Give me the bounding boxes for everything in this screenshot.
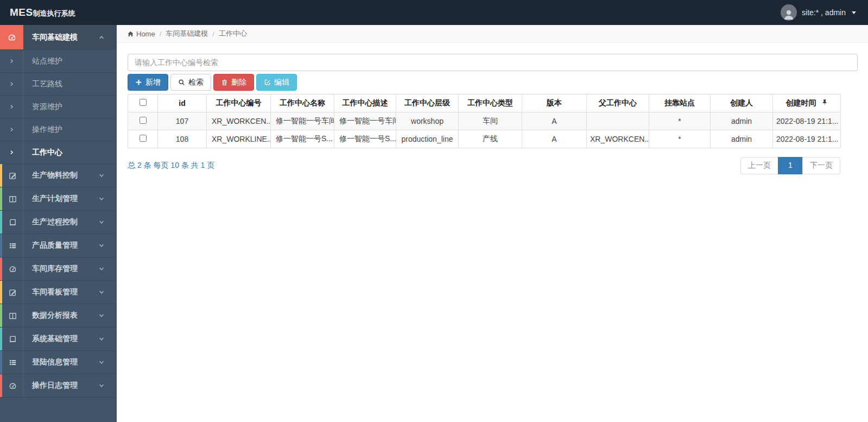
- breadcrumb-separator: /: [160, 30, 162, 38]
- sidebar-group-workshop-modeling[interactable]: 车间基础建模: [0, 25, 117, 50]
- prev-page-button[interactable]: 上一页: [740, 157, 778, 174]
- app-logo-rest: 制造执行系统: [33, 9, 75, 17]
- cell-create-time: 2022-08-19 21:1...: [773, 130, 841, 148]
- list-icon: [2, 351, 23, 374]
- sidebar-item-label: 站点维护: [32, 50, 117, 72]
- cell-creator: admin: [711, 112, 773, 130]
- sidebar-group-label: 产品质量管理: [32, 234, 98, 257]
- sidebar-group-data-analysis[interactable]: 数据分析报表: [0, 304, 117, 327]
- sidebar-group-login-info[interactable]: 登陆信息管理: [0, 351, 117, 374]
- search-icon: [178, 79, 185, 86]
- header-checkbox-cell: [128, 95, 158, 112]
- sidebar-group-kanban-management[interactable]: 车间看板管理: [0, 281, 117, 304]
- user-menu[interactable]: site:* , admin: [781, 4, 868, 21]
- breadcrumb-current: 工作中心: [219, 29, 247, 39]
- header-create-time: 创建时间: [773, 95, 841, 112]
- sidebar-group-label: 车间基础建模: [32, 25, 98, 49]
- gauge-icon: [0, 25, 23, 49]
- cell-work-center-code: XR_WORKLINE...: [207, 130, 271, 148]
- chevron-up-icon: [98, 25, 117, 49]
- header-work-center-level: 工作中心层级: [396, 95, 459, 112]
- columns-icon: [2, 304, 23, 327]
- top-navbar: MES制造执行系统 site:* , admin: [0, 0, 868, 25]
- search-button-label: 检索: [188, 78, 204, 87]
- main-content: Home / 车间基础建模 / 工作中心 新增 检索 删除 编辑: [117, 0, 868, 174]
- sidebar-item-label: 资源维护: [32, 96, 117, 118]
- cell-work-center-type: 车间: [459, 112, 522, 130]
- caret-down-icon: [852, 11, 856, 14]
- chevron-down-icon: [98, 234, 117, 257]
- header-version: 版本: [522, 95, 587, 112]
- table-row[interactable]: 108 XR_WORKLINE... 修一智能一号S... 修一智能一号S...…: [128, 130, 841, 148]
- sidebar-group-label: 生产计划管理: [32, 187, 98, 210]
- row-checkbox-cell: [128, 130, 158, 148]
- chevron-right-icon: [0, 141, 23, 163]
- header-id: id: [158, 95, 207, 112]
- select-all-checkbox[interactable]: [140, 99, 147, 106]
- search-button[interactable]: 检索: [170, 74, 211, 91]
- sidebar-item-operation-maintenance[interactable]: 操作维护: [0, 118, 117, 141]
- sidebar-group-label: 操作日志管理: [32, 374, 98, 397]
- user-icon: [782, 8, 795, 21]
- cell-work-center-name: 修一智能一号S...: [271, 130, 334, 148]
- pagination-summary[interactable]: 总 2 条 每页 10 条 共 1 页: [128, 157, 214, 171]
- next-page-button[interactable]: 下一页: [802, 157, 840, 174]
- cell-version: A: [522, 130, 587, 148]
- sidebar-group-system-management[interactable]: 系统基础管理: [0, 327, 117, 351]
- table-row[interactable]: 107 XR_WORKCEN... 修一智能一号车间 修一智能一号车间 work…: [128, 112, 841, 130]
- chevron-down-icon: [98, 164, 117, 187]
- sidebar-group-process-control[interactable]: 生产过程控制: [0, 211, 117, 234]
- breadcrumb: Home / 车间基础建模 / 工作中心: [117, 25, 868, 43]
- chevron-down-icon: [98, 351, 117, 374]
- book-icon: [2, 211, 23, 234]
- book-icon: [2, 327, 23, 350]
- chevron-right-icon: [0, 73, 23, 95]
- search-input[interactable]: [128, 54, 858, 71]
- breadcrumb-separator: /: [212, 30, 214, 38]
- sidebar-group-label: 车间库存管理: [32, 257, 98, 280]
- gauge-icon: [2, 257, 23, 280]
- cell-work-center-level: workshop: [396, 112, 459, 130]
- chevron-down-icon: [98, 187, 117, 210]
- list-icon: [2, 234, 23, 257]
- sidebar-item-work-center-active[interactable]: 工作中心: [0, 141, 117, 164]
- sidebar-group-label: 车间看板管理: [32, 281, 98, 304]
- cell-id: 107: [158, 112, 207, 130]
- app-logo[interactable]: MES制造执行系统: [0, 7, 117, 18]
- edit-button-label: 编辑: [274, 78, 289, 87]
- sidebar-item-label: 操作维护: [32, 118, 117, 141]
- cell-work-center-desc: 修一智能一号S...: [334, 130, 396, 148]
- edit-button[interactable]: 编辑: [256, 74, 297, 91]
- breadcrumb-level1-link[interactable]: 车间基础建模: [166, 29, 208, 39]
- chevron-down-icon: [98, 281, 117, 304]
- cell-attached-site: *: [649, 112, 711, 130]
- home-icon: [127, 30, 134, 37]
- cell-create-time: 2022-08-19 21:1...: [773, 112, 841, 130]
- sidebar-group-operation-log[interactable]: 操作日志管理: [0, 374, 117, 398]
- sidebar-item-site-maintenance[interactable]: 站点维护: [0, 50, 117, 73]
- row-checkbox[interactable]: [140, 135, 147, 142]
- pin-icon[interactable]: [822, 99, 828, 108]
- sidebar-item-label: 工艺路线: [32, 73, 117, 95]
- row-checkbox[interactable]: [140, 117, 147, 124]
- cell-work-center-name: 修一智能一号车间: [271, 112, 334, 130]
- sidebar-group-label: 生产过程控制: [32, 211, 98, 234]
- app-logo-bold: MES: [10, 7, 33, 18]
- sidebar-group-inventory-management[interactable]: 车间库存管理: [0, 257, 117, 281]
- breadcrumb-home-link[interactable]: Home: [127, 30, 155, 38]
- header-work-center-name: 工作中心名称: [271, 95, 334, 112]
- user-avatar: [781, 4, 797, 21]
- delete-button[interactable]: 删除: [213, 74, 254, 91]
- sidebar-group-label: 数据分析报表: [32, 304, 98, 327]
- sidebar-group-quality-management[interactable]: 产品质量管理: [0, 234, 117, 257]
- sidebar-group-material-control[interactable]: 生产物料控制: [0, 164, 117, 187]
- page-body: 新增 检索 删除 编辑: [117, 43, 868, 174]
- pencil-square-icon: [2, 281, 23, 304]
- add-button[interactable]: 新增: [128, 74, 168, 91]
- chevron-down-icon: [98, 304, 117, 327]
- page-1-button[interactable]: 1: [778, 157, 803, 174]
- sidebar-item-process-route[interactable]: 工艺路线: [0, 73, 117, 96]
- sidebar-item-resource-maintenance[interactable]: 资源维护: [0, 96, 117, 118]
- sidebar-group-plan-management[interactable]: 生产计划管理: [0, 187, 117, 211]
- chevron-down-icon: [98, 374, 117, 397]
